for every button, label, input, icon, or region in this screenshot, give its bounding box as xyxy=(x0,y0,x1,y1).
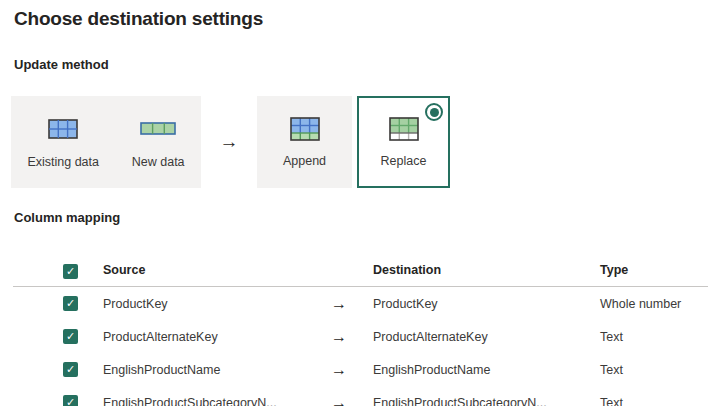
row-checkbox[interactable]: ✓ xyxy=(63,329,78,344)
type-cell: Text xyxy=(600,363,623,377)
replace-selected-radio[interactable] xyxy=(425,103,443,121)
radio-dot xyxy=(430,108,439,117)
flow-arrow-icon: → xyxy=(201,96,257,188)
existing-data-table-icon xyxy=(48,116,78,142)
append-table-icon xyxy=(290,116,320,142)
update-method-option-append[interactable]: Append xyxy=(257,96,352,188)
source-cell: EnglishProductSubcategoryN... xyxy=(103,396,277,406)
mapping-arrow-icon: → xyxy=(329,394,349,406)
update-method-option-replace[interactable]: Replace xyxy=(357,96,450,188)
mapping-arrow-icon: → xyxy=(329,328,349,346)
source-cell: ProductKey xyxy=(103,297,168,311)
type-cell: Whole number xyxy=(600,297,681,311)
row-checkbox[interactable]: ✓ xyxy=(63,296,78,311)
destination-column-header: Destination xyxy=(373,263,441,277)
replace-table-icon xyxy=(389,116,419,142)
new-data-legend: New data xyxy=(132,116,185,169)
column-mapping-heading: Column mapping xyxy=(14,210,120,225)
source-cell: ProductAlternateKey xyxy=(103,330,218,344)
new-data-row-icon xyxy=(140,116,176,142)
mapping-arrow-icon: → xyxy=(329,361,349,379)
row-checkbox[interactable]: ✓ xyxy=(63,395,78,406)
select-all-checkbox[interactable]: ✓ xyxy=(63,264,78,279)
type-cell: Text xyxy=(600,330,623,344)
destination-cell: EnglishProductName xyxy=(373,363,490,377)
replace-option-label: Replace xyxy=(381,154,427,168)
header-divider xyxy=(13,286,708,287)
existing-data-label: Existing data xyxy=(27,155,99,169)
source-column-header: Source xyxy=(103,263,145,277)
source-cell: EnglishProductName xyxy=(103,363,220,377)
source-data-legend-card: Existing data New data xyxy=(11,96,201,188)
destination-cell: EnglishProductSubcategoryN... xyxy=(373,396,547,406)
destination-cell: ProductKey xyxy=(373,297,438,311)
append-option-label: Append xyxy=(283,154,326,168)
mapping-arrow-icon: → xyxy=(329,295,349,313)
type-cell: Text xyxy=(600,396,623,406)
update-method-heading: Update method xyxy=(14,57,109,72)
destination-cell: ProductAlternateKey xyxy=(373,330,488,344)
page-title: Choose destination settings xyxy=(14,8,263,30)
type-column-header: Type xyxy=(600,263,628,277)
row-checkbox[interactable]: ✓ xyxy=(63,362,78,377)
existing-data-legend: Existing data xyxy=(27,116,99,169)
new-data-label: New data xyxy=(132,155,185,169)
update-method-cards: Existing data New data → xyxy=(11,96,450,188)
